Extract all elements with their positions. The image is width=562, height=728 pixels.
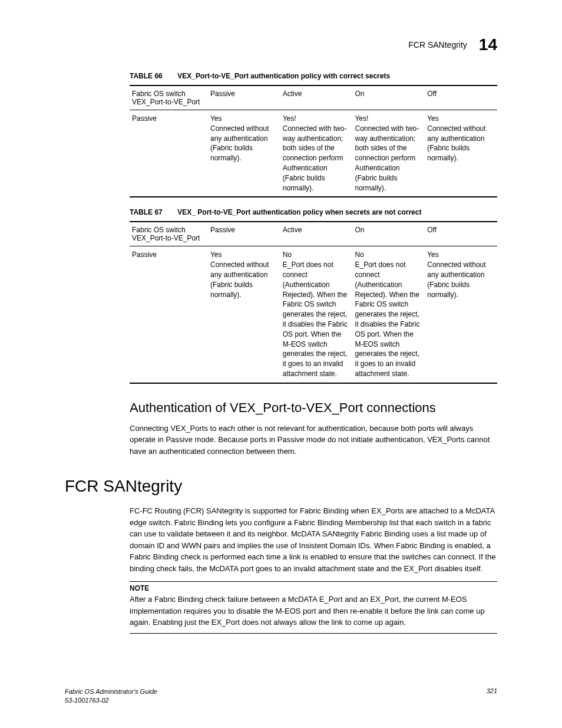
- table-row: Passive YesConnected without any authent…: [130, 110, 497, 197]
- t66-c3: Yes!Connected with two-way authenticatio…: [352, 110, 425, 197]
- t67-c0: Passive: [130, 246, 208, 383]
- table-66: Fabric OS switch VEX_Port-to-VE_Port Pas…: [130, 85, 497, 197]
- chapter-number: 14: [479, 35, 497, 54]
- t67-c4: YesConnected without any authentication …: [425, 246, 497, 383]
- table-67: Fabric OS switch VEX_Port-to-VE_Port Pas…: [130, 221, 497, 383]
- footer-doc-number: 53-1001763-02: [65, 696, 157, 704]
- t66-c1: YesConnected without any authentication …: [208, 110, 280, 197]
- t67-c2: NoE_Port does not connect (Authenticatio…: [280, 246, 353, 383]
- note-label: NOTE: [130, 584, 497, 592]
- t66-h2: Active: [280, 85, 353, 110]
- note-text: After a Fabric Binding check failure bet…: [130, 594, 497, 634]
- section-para-auth-vex: Connecting VEX_Ports to each other is no…: [130, 423, 497, 457]
- footer-doc-title: Fabric OS Administrator's Guide: [65, 687, 157, 696]
- page-footer: Fabric OS Administrator's Guide 53-10017…: [65, 687, 497, 704]
- t67-c1: YesConnected without any authentication …: [208, 246, 280, 383]
- t66-h1: Passive: [208, 85, 280, 110]
- table-67-caption: TABLE 67 VEX_ Port-to-VE_Port authentica…: [130, 208, 497, 216]
- section-para-fcr-santegrity: FC-FC Routing (FCR) SANtegrity is suppor…: [130, 505, 497, 574]
- t67-h3: On: [352, 222, 425, 246]
- t66-c4: YesConnected without any authentication …: [425, 110, 497, 197]
- t67-h1: Passive: [208, 222, 280, 246]
- table-66-number: TABLE 66: [130, 72, 176, 80]
- header-title: FCR SANtegrity: [408, 40, 467, 50]
- section-heading-fcr-santegrity: FCR SANtegrity: [65, 477, 497, 496]
- t66-c2: Yes!Connected with two-way authenticatio…: [280, 110, 353, 197]
- table-67-title: VEX_ Port-to-VE_Port authentication poli…: [177, 208, 421, 216]
- t67-h2: Active: [280, 222, 353, 246]
- t67-h0: Fabric OS switch VEX_Port-to-VE_Port: [130, 222, 208, 246]
- t67-c3: NoE_Port does not connect (Authenticatio…: [352, 246, 425, 383]
- t66-h0: Fabric OS switch VEX_Port-to-VE_Port: [130, 85, 208, 110]
- page-header: FCR SANtegrity 14: [65, 35, 497, 54]
- t66-h4: Off: [425, 85, 497, 110]
- t66-h3: On: [352, 85, 425, 110]
- section-heading-auth-vex: Authentication of VEX_Port-to-VEX_Port c…: [130, 400, 497, 416]
- t66-c0: Passive: [130, 110, 208, 197]
- table-row: Passive YesConnected without any authent…: [130, 246, 497, 383]
- table-67-number: TABLE 67: [130, 208, 176, 216]
- table-66-caption: TABLE 66 VEX_Port-to-VE_Port authenticat…: [130, 72, 497, 80]
- footer-page-number: 321: [487, 687, 497, 704]
- note-block: NOTE After a Fabric Binding check failur…: [130, 581, 497, 634]
- table-66-title: VEX_Port-to-VE_Port authentication polic…: [177, 72, 390, 80]
- t67-h4: Off: [425, 222, 497, 246]
